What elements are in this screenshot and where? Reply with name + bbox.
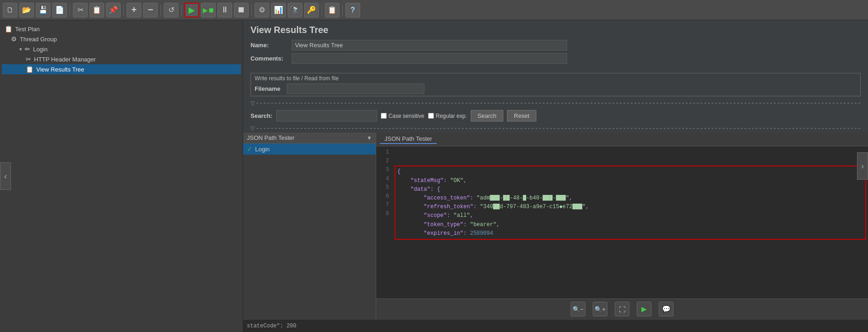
case-sensitive-group: Case sensitive <box>381 113 424 119</box>
search-input[interactable] <box>276 110 377 122</box>
code-tab-json-path[interactable]: JSON Path Tester <box>380 134 437 144</box>
sidebar-tree: 📋 Test Plan ⚙ Thread Group ▼ ✏ Login ✂ H… <box>0 20 243 78</box>
status-text: stateCode": 200 <box>247 323 296 329</box>
stop-button[interactable]: ⏸ <box>217 3 232 17</box>
code-body[interactable]: 12345678 { "stateMsg": "OK", "data": { "… <box>376 146 868 299</box>
regular-exp-checkbox[interactable] <box>428 113 434 119</box>
zoom-in-button[interactable]: 🔍+ <box>593 302 607 316</box>
test-plan-icon: 📋 <box>5 25 12 33</box>
list-panel-dropdown-icon[interactable]: ▼ <box>367 135 372 141</box>
sidebar-item-http-header[interactable]: ✂ HTTP Header Manager <box>2 54 241 64</box>
sidebar-item-test-plan[interactable]: 📋 Test Plan <box>2 24 241 34</box>
list-panel-header: JSON Path Tester ▼ <box>243 133 376 144</box>
code-bottom-toolbar: 🔍− 🔍+ ⛶ ▶ 💬 <box>376 299 868 319</box>
filename-label: Filename <box>255 85 287 92</box>
remote-button[interactable]: 🔭 <box>288 3 302 17</box>
sidebar-item-view-results[interactable]: 📋 View Results Tree <box>2 64 241 74</box>
new-button[interactable]: 🗋 <box>3 3 17 17</box>
fullscreen-icon: ⛶ <box>619 305 626 313</box>
status-bar: stateCode": 200 <box>243 319 868 332</box>
case-sensitive-label: Case sensitive <box>389 113 424 119</box>
name-row: Name: <box>250 40 861 50</box>
zoom-out-button[interactable]: 🔍− <box>571 302 585 316</box>
name-label: Name: <box>250 42 292 49</box>
nav-left-arrow[interactable]: ‹ <box>0 162 11 190</box>
sidebar-item-login[interactable]: ▼ ✏ Login <box>2 44 241 54</box>
clear-button[interactable]: ⚙ <box>255 3 269 17</box>
code-text: { "stateMsg": "OK", "data": { "access_to… <box>393 148 868 257</box>
list-item-login[interactable]: ✓ Login <box>243 144 376 155</box>
comment-button[interactable]: 💬 <box>659 302 673 316</box>
thread-group-icon: ⚙ <box>11 35 17 43</box>
separator-4 <box>181 5 182 16</box>
save-button[interactable]: 💾 <box>36 3 50 17</box>
comment-icon: 💬 <box>662 305 671 313</box>
toolbar: 🗋 📂 💾 📄 ✂ 📋 📌 + − ↺ ▶ ▶⏹ ⏸ ⏹ ⚙ 📊 🔭 🔑 📋 ? <box>0 0 868 20</box>
collapse-triangle-1[interactable]: ▽ <box>250 100 255 106</box>
list-item-login-label: Login <box>255 146 270 153</box>
comments-label: Comments: <box>250 55 292 62</box>
list-panel: JSON Path Tester ▼ ✓ Login <box>243 133 376 319</box>
panel-title: View Results Tree <box>250 25 861 35</box>
run-stop-button[interactable]: ▶⏹ <box>201 3 216 17</box>
results-area: JSON Path Tester ▼ ✓ Login JSON Path Tes… <box>243 133 868 319</box>
search-label: Search: <box>250 112 273 119</box>
http-header-icon: ✂ <box>26 55 31 63</box>
remove-button[interactable]: − <box>143 3 158 17</box>
line-numbers: 12345678 <box>376 148 393 257</box>
paste-button[interactable]: 📌 <box>106 3 121 17</box>
file-section-title: Write results to file / Read from file <box>255 75 857 82</box>
key-button[interactable]: 🔑 <box>304 3 319 17</box>
sidebar-item-view-results-label: View Results Tree <box>36 66 84 73</box>
search-button[interactable]: Search <box>471 110 503 122</box>
comments-input[interactable] <box>292 53 567 64</box>
copy-button[interactable]: 📋 <box>89 3 104 17</box>
cut-button[interactable]: ✂ <box>73 3 88 17</box>
run-button[interactable]: ▶ <box>184 3 199 17</box>
sidebar-item-thread-group-label: Thread Group <box>20 36 57 43</box>
zoom-in-icon: 🔍+ <box>595 306 606 313</box>
nav-right-arrow[interactable]: › <box>857 152 868 180</box>
name-input[interactable] <box>292 40 567 50</box>
report-button[interactable]: 📊 <box>271 3 286 17</box>
divider-row-2: ▽ <box>243 124 868 133</box>
sidebar-item-http-header-label: HTTP Header Manager <box>34 56 96 63</box>
play-screen-button[interactable]: ▶ <box>637 302 651 316</box>
separator-3 <box>161 5 161 16</box>
add-button[interactable]: + <box>127 3 141 17</box>
open-button[interactable]: 📂 <box>19 3 34 17</box>
reset-arrow-button[interactable]: ↺ <box>164 3 178 17</box>
save-as-button[interactable]: 📄 <box>52 3 67 17</box>
separator-5 <box>251 5 252 16</box>
shutdown-button[interactable]: ⏹ <box>234 3 249 17</box>
separator-7 <box>342 5 343 16</box>
regular-exp-group: Regular exp. <box>428 113 467 119</box>
file-section: Write results to file / Read from file F… <box>250 73 861 96</box>
separator-6 <box>322 5 322 16</box>
filename-row: Filename <box>255 83 857 94</box>
main-layout: ‹ 📋 Test Plan ⚙ Thread Group ▼ ✏ Login ✂… <box>0 20 868 332</box>
help-button[interactable]: ? <box>345 3 360 17</box>
filename-input[interactable] <box>287 83 424 94</box>
case-sensitive-checkbox[interactable] <box>381 113 387 119</box>
template-button[interactable]: 📋 <box>325 3 339 17</box>
divider-hatch-2 <box>256 128 861 129</box>
code-panel-header: JSON Path Tester <box>376 133 868 146</box>
comments-row: Comments: <box>250 53 861 64</box>
divider-hatch-1 <box>256 103 861 104</box>
separator-1 <box>70 5 70 16</box>
code-panel: JSON Path Tester 12345678 { "stateMsg": … <box>376 133 868 319</box>
list-item-login-icon: ✓ <box>247 145 252 153</box>
code-highlighted-block: { "stateMsg": "OK", "data": { "access_to… <box>395 166 866 240</box>
divider-row-1: ▽ <box>243 99 868 107</box>
fullscreen-button[interactable]: ⛶ <box>615 302 629 316</box>
search-bar: Search: Case sensitive Regular exp. Sear… <box>243 107 868 124</box>
play-screen-icon: ▶ <box>641 305 647 313</box>
sidebar-item-thread-group[interactable]: ⚙ Thread Group <box>2 34 241 44</box>
code-content-wrapper: 12345678 { "stateMsg": "OK", "data": { "… <box>376 148 868 257</box>
collapse-triangle-2[interactable]: ▽ <box>250 125 255 132</box>
view-results-icon: 📋 <box>26 66 33 73</box>
reset-button[interactable]: Reset <box>507 110 536 122</box>
sidebar-item-test-plan-label: Test Plan <box>15 26 39 33</box>
regular-exp-label: Regular exp. <box>436 113 467 119</box>
